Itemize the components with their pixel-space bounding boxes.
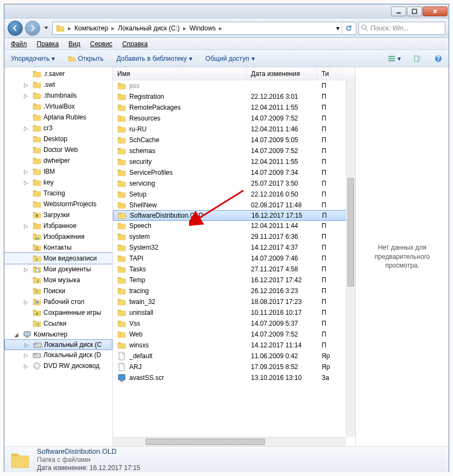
menu-tools[interactable]: Сервис	[86, 39, 117, 49]
expander-icon[interactable]: ▷	[24, 266, 30, 272]
file-row[interactable]: schemas14.07.2009 7:52П	[113, 145, 355, 156]
tree-item[interactable]: dwhelper	[4, 155, 112, 166]
menu-view[interactable]: Вид	[64, 39, 85, 49]
tree-item[interactable]: ▷Локальный диск (C	[4, 339, 112, 350]
tree-item[interactable]: ▷key	[4, 177, 112, 188]
tree-item[interactable]: ▷Избранное	[4, 220, 112, 231]
expander-icon[interactable]: ▷	[24, 352, 30, 358]
file-row[interactable]: System3214.12.2017 4:37П	[113, 242, 355, 253]
file-row[interactable]: Registration22.12.2016 3:01П	[113, 91, 355, 102]
file-row[interactable]: ru-RU12.04.2011 1:46П	[113, 124, 355, 135]
file-row[interactable]: servicing25.07.2017 3:50П	[113, 178, 355, 189]
search-box[interactable]: Поиск: Win...	[358, 22, 445, 35]
file-row[interactable]: ShellNew02.08.2017 11:48П	[113, 200, 355, 211]
preview-pane-button[interactable]	[411, 53, 425, 64]
tree-item[interactable]: Мои видеозаписи	[4, 253, 112, 264]
tree-item[interactable]: ▷.swt	[4, 79, 112, 90]
menu-edit[interactable]: Правка	[33, 39, 64, 49]
file-row[interactable]: Setup22.12.2016 0:50П	[113, 189, 355, 200]
expander-icon[interactable]: ◢	[14, 332, 21, 338]
file-row[interactable]: tracing26.12.2016 3:23П	[113, 285, 355, 296]
add-to-library-button[interactable]: Добавить в библиотеку ▾	[114, 53, 196, 64]
expander-icon[interactable]: ▷	[24, 169, 30, 175]
breadcrumb-drive[interactable]: Локальный диск (C:)	[116, 22, 182, 34]
minimize-button[interactable]	[391, 7, 406, 16]
tree-item[interactable]: Tracing	[4, 188, 112, 199]
open-button[interactable]: Открыть	[65, 53, 106, 64]
view-mode-button[interactable]: ▾	[385, 53, 404, 64]
file-row[interactable]: RemotePackages12.04.2011 1:55П	[113, 102, 355, 113]
tree-item[interactable]: ◢Компьютер	[4, 329, 112, 340]
expander-icon[interactable]: ▷	[24, 180, 30, 186]
organize-button[interactable]: Упорядочить ▾	[8, 53, 58, 64]
file-row[interactable]: Temp16.12.2017 17:42П	[113, 275, 355, 285]
expander-icon[interactable]: ▷	[24, 93, 30, 99]
menu-help[interactable]: Справка	[118, 39, 152, 49]
tree-item[interactable]: .r.saver	[4, 68, 112, 79]
expander-icon[interactable]: ▷	[24, 342, 31, 348]
file-row[interactable]: Resources14.07.2009 7:52П	[113, 113, 355, 124]
tree-item[interactable]: Doctor Web	[4, 144, 112, 155]
tree-item[interactable]: Контакты	[4, 242, 112, 253]
file-row[interactable]: Vss14.07.2009 5:37П	[113, 318, 355, 329]
file-row[interactable]: Speech12.04.2011 1:44П	[113, 220, 355, 231]
navigation-tree[interactable]: .r.saver▷.swt▷.thumbnails.VirtualBoxApta…	[4, 67, 113, 446]
tree-item[interactable]: ▷Рабочий стол	[4, 296, 112, 307]
tree-item[interactable]: Моя музыка	[4, 275, 112, 285]
expander-icon[interactable]: ▷	[24, 82, 30, 88]
address-bar[interactable]: ▸ Компьютер ▸ Локальный диск (C:) ▸ Wind…	[52, 22, 356, 35]
file-row[interactable]: Web14.07.2009 7:52П	[113, 329, 355, 340]
col-name[interactable]: Имя	[113, 67, 247, 80]
scrollbar-thumb[interactable]	[348, 178, 354, 287]
addr-dropdown[interactable]: ▾	[334, 24, 342, 32]
expander-icon[interactable]: ▷	[24, 299, 30, 305]
tree-item[interactable]: ▷Мои документы	[4, 264, 112, 275]
file-row[interactable]: winsxs14.12.2017 11:14П	[113, 340, 355, 351]
expander-icon[interactable]: ▷	[24, 125, 30, 131]
expander-icon[interactable]: ▷	[24, 223, 30, 229]
tree-item[interactable]: ▷.thumbnails	[4, 90, 112, 101]
breadcrumb-computer[interactable]: Компьютер	[72, 22, 110, 34]
close-button[interactable]	[423, 7, 448, 16]
file-row[interactable]: _default11.06.2009 0:42Яр	[113, 351, 355, 361]
file-row[interactable]: avastSS.scr13.10.2016 13:10За	[113, 372, 355, 383]
col-date[interactable]: Дата изменения	[247, 67, 317, 80]
tree-item[interactable]: WebstormProjects	[4, 199, 112, 210]
refresh-button[interactable]	[342, 22, 355, 34]
tree-item[interactable]: Сохраненные игры	[4, 307, 112, 318]
file-row[interactable]: security12.04.2011 1:55П	[113, 156, 355, 167]
tree-item[interactable]: ▷cr3	[4, 123, 112, 134]
col-type[interactable]: Ти	[317, 67, 330, 80]
tree-item[interactable]: .VirtualBox	[4, 101, 112, 112]
menu-file[interactable]: Файл	[7, 39, 32, 49]
history-dropdown[interactable]	[42, 23, 50, 34]
file-row[interactable]: pssП	[113, 80, 355, 91]
tree-item[interactable]: Загрузки	[4, 210, 112, 220]
file-row[interactable]: SoftwareDistribution.OLD16.12.2017 17:15…	[113, 210, 355, 221]
file-row[interactable]: uninstall10.11.2016 10:17П	[113, 307, 355, 318]
vertical-scrollbar[interactable]	[346, 80, 355, 437]
maximize-button[interactable]	[407, 7, 422, 16]
file-row[interactable]: system29.11.2017 6:36П	[113, 231, 355, 242]
tree-item[interactable]: Desktop	[4, 134, 112, 144]
forward-button[interactable]	[25, 21, 40, 36]
file-row[interactable]: Tasks27.11.2017 4:58П	[113, 264, 355, 275]
expander-icon[interactable]: ▷	[24, 363, 30, 369]
file-row[interactable]: TAPI14.07.2009 7:46П	[113, 253, 355, 264]
file-row[interactable]: twain_3218.08.2017 17:23П	[113, 296, 355, 307]
tree-item[interactable]: Поиски	[4, 285, 112, 296]
back-button[interactable]	[8, 21, 23, 36]
tree-item[interactable]: ▷IBM	[4, 166, 112, 177]
file-row[interactable]: SchCache14.07.2009 5:05П	[113, 135, 355, 145]
share-button[interactable]: Общий доступ ▾	[202, 53, 258, 64]
breadcrumb-windows[interactable]: Windows	[187, 22, 218, 34]
horizontal-scrollbar[interactable]	[113, 437, 346, 446]
tree-item[interactable]: Изображения	[4, 231, 112, 242]
file-row[interactable]: ServiceProfiles14.07.2009 7:34П	[113, 167, 355, 178]
help-button[interactable]: ?	[431, 53, 445, 64]
file-row[interactable]: ARJ17.09.2015 8:52Яр	[113, 361, 355, 372]
scrollbar-thumb[interactable]	[146, 439, 265, 445]
tree-item[interactable]: ▷Локальный диск (D	[4, 350, 112, 360]
tree-item[interactable]: Aptana Rubles	[4, 112, 112, 123]
tree-item[interactable]: ▷DVD RW дисковод	[4, 360, 112, 371]
